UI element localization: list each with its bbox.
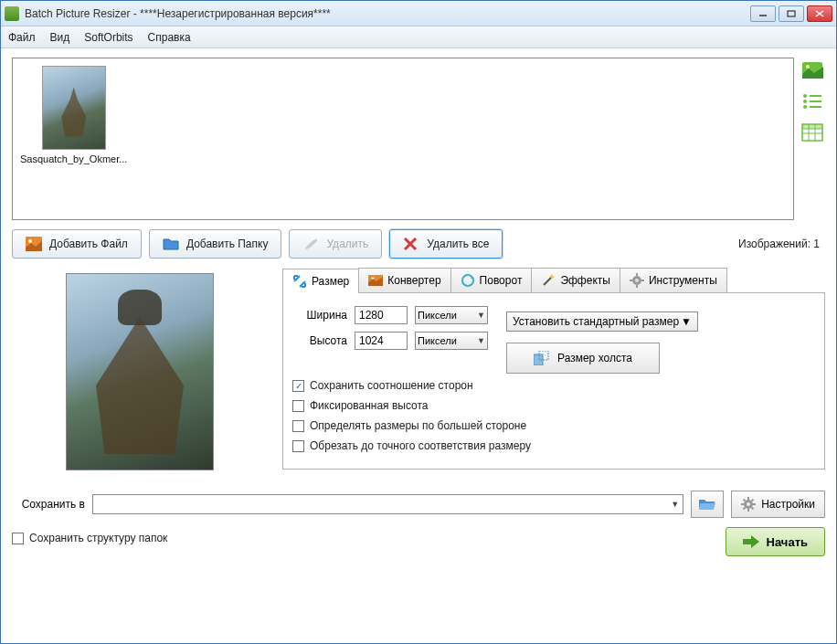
main-area: Размер Конвертер Поворот Эффекты: [12, 268, 825, 476]
gear-icon: [630, 273, 644, 288]
thumbnail-area: Sasquatch_by_Okmer...: [12, 58, 825, 220]
menu-softorbits[interactable]: SoftOrbits: [84, 31, 132, 44]
brush-icon: [302, 237, 319, 251]
menu-help[interactable]: Справка: [148, 31, 191, 44]
browse-folder-button[interactable]: [691, 491, 724, 518]
menubar: Файл Вид SoftOrbits Справка: [1, 26, 836, 48]
file-toolbar: Добавить Файл Добавить Папку Удалить Уда…: [12, 229, 825, 259]
view-mode-icons: [800, 58, 825, 220]
svg-point-5: [806, 65, 810, 69]
svg-point-6: [803, 94, 807, 98]
view-thumbnails-icon[interactable]: [801, 61, 823, 79]
width-label: Ширина: [292, 309, 347, 322]
delete-all-button[interactable]: Удалить все: [389, 229, 503, 259]
width-unit-select[interactable]: Пиксели▼: [415, 306, 488, 324]
svg-rect-1: [788, 11, 795, 16]
tab-effects-label: Эффекты: [560, 274, 610, 287]
delete-button[interactable]: Удалить: [289, 229, 382, 259]
svg-point-27: [635, 279, 639, 282]
tab-rotate[interactable]: Поворот: [450, 268, 533, 292]
svg-line-41: [752, 508, 754, 510]
svg-line-42: [744, 508, 746, 510]
canvas-icon: [534, 351, 550, 365]
add-folder-label: Добавить Папку: [186, 238, 269, 250]
checkbox-icon: ✓: [292, 380, 304, 392]
add-file-label: Добавить Файл: [49, 238, 128, 250]
thumbnail-item[interactable]: Sasquatch_by_Okmer...: [20, 66, 127, 164]
fixed-height-checkbox[interactable]: Фиксированная высота: [292, 399, 815, 412]
window-controls: [750, 5, 832, 22]
picture-icon: [26, 237, 42, 251]
tab-size-label: Размер: [312, 275, 349, 288]
wand-icon: [541, 273, 556, 288]
rotate-icon: [461, 273, 475, 288]
converter-icon: [368, 273, 383, 288]
settings-button[interactable]: Настройки: [731, 491, 825, 518]
tab-tools-label: Инструменты: [649, 274, 717, 287]
thumbnail-label: Sasquatch_by_Okmer...: [20, 153, 127, 164]
svg-point-10: [803, 105, 807, 109]
preview-image: [66, 273, 214, 470]
width-input[interactable]: [355, 306, 408, 324]
menu-file[interactable]: Файл: [8, 31, 36, 44]
add-folder-button[interactable]: Добавить Папку: [149, 229, 282, 259]
save-to-label: Сохранить в: [12, 498, 85, 511]
tab-effects[interactable]: Эффекты: [531, 268, 620, 292]
add-file-button[interactable]: Добавить Файл: [12, 229, 142, 259]
folder-icon: [163, 237, 179, 251]
titlebar: Batch Picture Resizer - ****Незарегистри…: [1, 1, 836, 26]
tab-rotate-label: Поворот: [480, 274, 523, 287]
thumbnail-image: [42, 66, 106, 150]
svg-line-25: [544, 277, 552, 285]
resize-icon: [292, 274, 307, 289]
preset-size-select[interactable]: Установить стандартный размер▼: [506, 311, 698, 332]
tab-size[interactable]: Размер: [282, 269, 359, 293]
tab-tools[interactable]: Инструменты: [620, 268, 727, 292]
svg-point-35: [747, 502, 750, 506]
image-count: Изображений: 1: [738, 238, 820, 250]
svg-point-8: [803, 100, 807, 103]
menu-view[interactable]: Вид: [50, 31, 70, 44]
tab-content-size: Ширина Пиксели▼ Высота Пиксели▼ У: [282, 293, 825, 470]
checkbox-icon: [292, 420, 304, 432]
keep-folder-structure-checkbox[interactable]: Сохранить структуру папок: [12, 532, 167, 544]
play-arrow-icon: [743, 535, 759, 548]
x-icon: [403, 237, 419, 251]
height-unit-select[interactable]: Пиксели▼: [415, 332, 488, 350]
checkbox-icon: [12, 533, 24, 544]
by-larger-side-checkbox[interactable]: Определять размеры по большей стороне: [292, 419, 815, 432]
settings-pane: Размер Конвертер Поворот Эффекты: [282, 268, 825, 476]
content-area: Sasquatch_by_Okmer... Добавить Файл Доба…: [1, 48, 836, 565]
keep-ratio-checkbox[interactable]: ✓ Сохранить соотношение сторон: [292, 379, 815, 392]
preview-pane: [12, 268, 268, 476]
tab-strip: Размер Конвертер Поворот Эффекты: [282, 268, 825, 293]
start-button[interactable]: Начать: [726, 527, 825, 556]
checkbox-icon: [292, 440, 304, 452]
canvas-size-button[interactable]: Размер холста: [506, 343, 660, 374]
close-button[interactable]: [807, 5, 832, 22]
minimize-button[interactable]: [750, 5, 776, 22]
app-window: Batch Picture Resizer - ****Незарегистри…: [0, 0, 837, 644]
save-to-combo[interactable]: ▼: [92, 494, 683, 514]
settings-label: Настройки: [761, 498, 815, 511]
svg-point-24: [462, 275, 473, 286]
folder-open-icon: [698, 497, 716, 512]
height-label: Высота: [292, 334, 347, 347]
crop-exact-checkbox[interactable]: Обрезать до точного соответствия размеру: [292, 439, 815, 452]
view-list-icon[interactable]: [801, 92, 823, 111]
bottom-row: Сохранить структуру папок Начать: [12, 527, 825, 556]
maximize-button[interactable]: [779, 5, 804, 22]
svg-rect-17: [802, 124, 822, 129]
tab-converter-label: Конвертер: [387, 274, 440, 287]
svg-line-43: [752, 500, 754, 501]
delete-label: Удалить: [326, 238, 368, 250]
height-input[interactable]: [355, 332, 408, 350]
delete-all-label: Удалить все: [427, 238, 489, 250]
tab-converter[interactable]: Конвертер: [358, 268, 450, 292]
thumbnail-panel[interactable]: Sasquatch_by_Okmer...: [12, 58, 794, 220]
save-row: Сохранить в ▼ Настройки: [12, 491, 825, 518]
window-title: Batch Picture Resizer - ****Незарегистри…: [25, 7, 750, 20]
checkbox-icon: [292, 400, 304, 412]
view-details-icon[interactable]: [801, 123, 823, 142]
svg-line-40: [744, 500, 746, 501]
